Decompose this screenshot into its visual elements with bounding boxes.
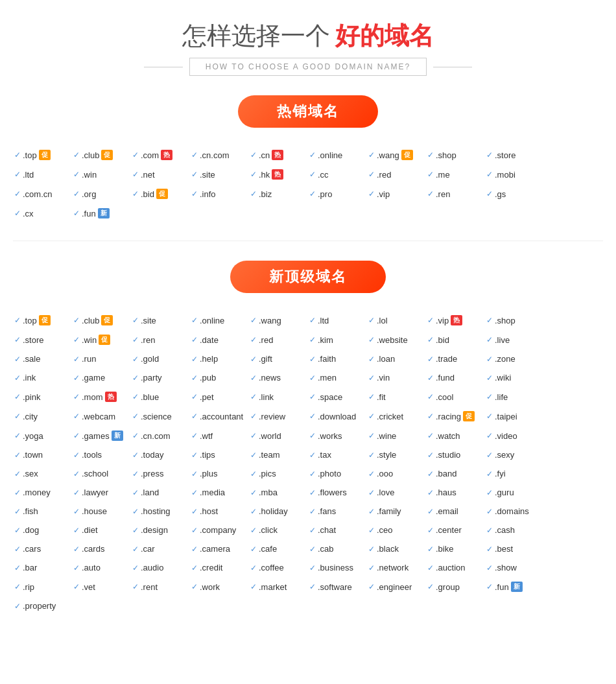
- domain-item[interactable]: ✓.site: [190, 167, 249, 182]
- domain-item[interactable]: ✓.cn.com: [190, 147, 249, 163]
- domain-item[interactable]: ✓.pub: [190, 370, 249, 385]
- domain-item[interactable]: ✓.red: [249, 332, 308, 348]
- domain-item[interactable]: ✓.date: [190, 332, 249, 348]
- domain-item[interactable]: ✓.lawyer: [72, 485, 131, 500]
- domain-item[interactable]: ✓.pics: [249, 466, 308, 481]
- domain-item[interactable]: ✓.cash: [485, 523, 544, 537]
- domain-item[interactable]: ✓.blue: [131, 389, 190, 405]
- domain-item[interactable]: ✓.me: [426, 167, 485, 182]
- domain-item[interactable]: ✓.tips: [190, 447, 249, 462]
- domain-item[interactable]: ✓.biz: [249, 186, 308, 202]
- domain-item[interactable]: ✓.faith: [308, 351, 367, 366]
- domain-item[interactable]: ✓.cn热: [249, 147, 308, 163]
- domain-item[interactable]: ✓.cricket: [367, 408, 426, 424]
- domain-item[interactable]: ✓.land: [131, 485, 190, 500]
- domain-item[interactable]: ✓.design: [131, 523, 190, 537]
- domain-item[interactable]: ✓.party: [131, 370, 190, 385]
- domain-item[interactable]: ✓.work: [190, 579, 249, 595]
- domain-item[interactable]: ✓.family: [367, 504, 426, 519]
- domain-item[interactable]: ✓.black: [367, 541, 426, 556]
- domain-item[interactable]: ✓.works: [308, 428, 367, 443]
- domain-item[interactable]: ✓.auto: [72, 560, 131, 575]
- domain-item[interactable]: ✓.bar: [13, 560, 72, 575]
- domain-item[interactable]: ✓.love: [367, 485, 426, 500]
- domain-item[interactable]: ✓.city: [13, 408, 72, 424]
- domain-item[interactable]: ✓.cab: [308, 541, 367, 556]
- domain-item[interactable]: ✓.lol: [367, 313, 426, 328]
- domain-item[interactable]: ✓.sale: [13, 351, 72, 366]
- domain-item[interactable]: ✓.cool: [426, 389, 485, 405]
- domain-item[interactable]: ✓.win促: [72, 332, 131, 348]
- domain-item[interactable]: ✓.holiday: [249, 504, 308, 519]
- domain-item[interactable]: ✓.cars: [13, 541, 72, 556]
- domain-item[interactable]: ✓.fyi: [485, 466, 544, 481]
- domain-item[interactable]: ✓.wine: [367, 428, 426, 443]
- domain-item[interactable]: ✓.mobi: [485, 167, 544, 182]
- domain-item[interactable]: ✓.download: [308, 408, 367, 424]
- domain-item[interactable]: ✓.wang促: [367, 147, 426, 163]
- domain-item[interactable]: ✓.ooo: [367, 466, 426, 481]
- domain-item[interactable]: ✓.org: [72, 186, 131, 202]
- domain-item[interactable]: ✓.ceo: [367, 523, 426, 537]
- domain-item[interactable]: ✓.win: [72, 167, 131, 182]
- domain-item[interactable]: ✓.game: [72, 370, 131, 385]
- domain-item[interactable]: ✓.engineer: [367, 579, 426, 595]
- domain-item[interactable]: ✓.domains: [485, 504, 544, 519]
- domain-item[interactable]: ✓.tax: [308, 447, 367, 462]
- domain-item[interactable]: ✓.mba: [249, 485, 308, 500]
- domain-item[interactable]: ✓.racing促: [426, 408, 485, 424]
- domain-item[interactable]: ✓.cn.com: [131, 428, 190, 443]
- domain-item[interactable]: ✓.guru: [485, 485, 544, 500]
- domain-item[interactable]: ✓.run: [72, 351, 131, 366]
- domain-item[interactable]: ✓.accountant: [190, 408, 249, 424]
- domain-item[interactable]: ✓.gs: [485, 186, 544, 202]
- domain-item[interactable]: ✓.club促: [72, 313, 131, 328]
- domain-item[interactable]: ✓.red: [367, 167, 426, 182]
- domain-item[interactable]: ✓.watch: [426, 428, 485, 443]
- domain-item[interactable]: ✓.ren: [426, 186, 485, 202]
- domain-item[interactable]: ✓.online: [190, 313, 249, 328]
- domain-item[interactable]: ✓.video: [485, 428, 544, 443]
- domain-item[interactable]: ✓.store: [13, 332, 72, 348]
- domain-item[interactable]: ✓.company: [190, 523, 249, 537]
- domain-item[interactable]: ✓.com.cn: [13, 186, 72, 202]
- domain-item[interactable]: ✓.click: [249, 523, 308, 537]
- domain-item[interactable]: ✓.kim: [308, 332, 367, 348]
- domain-item[interactable]: ✓.vin: [367, 370, 426, 385]
- domain-item[interactable]: ✓.vet: [72, 579, 131, 595]
- domain-item[interactable]: ✓.taipei: [485, 408, 544, 424]
- domain-item[interactable]: ✓.yoga: [13, 428, 72, 443]
- domain-item[interactable]: ✓.link: [249, 389, 308, 405]
- domain-item[interactable]: ✓.fun新: [485, 579, 544, 595]
- domain-item[interactable]: ✓.life: [485, 389, 544, 405]
- domain-item[interactable]: ✓.bike: [426, 541, 485, 556]
- domain-item[interactable]: ✓.style: [367, 447, 426, 462]
- domain-item[interactable]: ✓.net: [131, 167, 190, 182]
- domain-item[interactable]: ✓.today: [131, 447, 190, 462]
- domain-item[interactable]: ✓.news: [249, 370, 308, 385]
- domain-item[interactable]: ✓.network: [367, 560, 426, 575]
- domain-item[interactable]: ✓.wiki: [485, 370, 544, 385]
- domain-item[interactable]: ✓.world: [249, 428, 308, 443]
- domain-item[interactable]: ✓.flowers: [308, 485, 367, 500]
- domain-item[interactable]: ✓.property: [13, 598, 72, 613]
- domain-item[interactable]: ✓.photo: [308, 466, 367, 481]
- domain-item[interactable]: ✓.live: [485, 332, 544, 348]
- domain-item[interactable]: ✓.help: [190, 351, 249, 366]
- domain-item[interactable]: ✓.ren: [131, 332, 190, 348]
- domain-item[interactable]: ✓.gift: [249, 351, 308, 366]
- domain-item[interactable]: ✓.host: [190, 504, 249, 519]
- domain-item[interactable]: ✓.men: [308, 370, 367, 385]
- domain-item[interactable]: ✓.site: [131, 313, 190, 328]
- domain-item[interactable]: ✓.press: [131, 466, 190, 481]
- domain-item[interactable]: ✓.ink: [13, 370, 72, 385]
- domain-item[interactable]: ✓.wang: [249, 313, 308, 328]
- domain-item[interactable]: ✓.mom热: [72, 389, 131, 405]
- domain-item[interactable]: ✓.car: [131, 541, 190, 556]
- domain-item[interactable]: ✓.media: [190, 485, 249, 500]
- domain-item[interactable]: ✓.best: [485, 541, 544, 556]
- domain-item[interactable]: ✓.vip热: [426, 313, 485, 328]
- domain-item[interactable]: ✓.credit: [190, 560, 249, 575]
- domain-item[interactable]: ✓.sex: [13, 466, 72, 481]
- domain-item[interactable]: ✓.website: [367, 332, 426, 348]
